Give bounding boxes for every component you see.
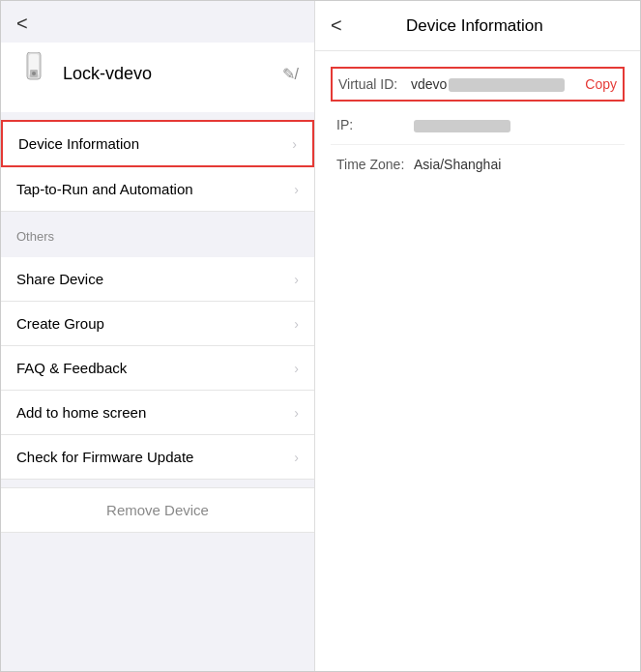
timezone-row: Time Zone: Asia/Shanghai (331, 145, 625, 184)
timezone-value: Asia/Shanghai (414, 157, 619, 172)
remove-device-button[interactable]: Remove Device (1, 488, 314, 532)
right-panel-title: Device Information (354, 16, 596, 36)
right-content: Virtual ID: vdevo Copy IP: Time Zone: As… (315, 51, 640, 672)
menu-item-device-information[interactable]: Device Information › (1, 120, 314, 167)
timezone-label: Time Zone: (336, 157, 414, 172)
chevron-right-icon-6: › (294, 405, 299, 421)
left-panel: < Lock-vdevo ✎/ Device Information › Tap… (1, 1, 315, 672)
virtual-id-blurred (449, 78, 565, 92)
menu-item-faq-label: FAQ & Feedback (16, 360, 127, 376)
ip-row: IP: (331, 105, 625, 145)
ip-label: IP: (336, 117, 414, 132)
menu-item-add-home-label: Add to home screen (16, 404, 146, 421)
menu-item-tap-to-run-label: Tap-to-Run and Automation (16, 181, 193, 197)
chevron-right-icon-5: › (294, 361, 299, 376)
virtual-id-prefix: vdevo (411, 76, 447, 92)
ip-value (414, 117, 619, 132)
device-icon (16, 50, 51, 97)
chevron-right-icon-7: › (294, 450, 299, 465)
menu-item-share-device-label: Share Device (16, 271, 103, 287)
menu-item-add-home[interactable]: Add to home screen › (1, 391, 314, 435)
menu-item-create-group-label: Create Group (16, 315, 104, 332)
svg-point-3 (32, 72, 36, 75)
remove-device-container: Remove Device (1, 487, 314, 533)
others-section-header: Others (1, 219, 314, 249)
left-back-area: < (1, 1, 314, 43)
right-panel: < Device Information Virtual ID: vdevo C… (315, 1, 640, 672)
chevron-right-icon-2: › (294, 182, 299, 197)
virtual-id-row: Virtual ID: vdevo Copy (331, 67, 625, 102)
menu-item-device-information-label: Device Information (18, 135, 139, 152)
virtual-id-label: Virtual ID: (338, 76, 411, 92)
top-menu-section: Device Information › Tap-to-Run and Auto… (1, 120, 314, 212)
chevron-right-icon-3: › (294, 272, 299, 287)
others-section: Others Share Device › Create Group › FAQ… (1, 219, 314, 480)
menu-item-share-device[interactable]: Share Device › (1, 257, 314, 302)
menu-item-faq[interactable]: FAQ & Feedback › (1, 346, 314, 391)
menu-item-tap-to-run[interactable]: Tap-to-Run and Automation › (1, 167, 314, 212)
menu-item-firmware[interactable]: Check for Firmware Update › (1, 435, 314, 480)
menu-item-firmware-label: Check for Firmware Update (16, 449, 193, 465)
virtual-id-value: vdevo (411, 76, 577, 92)
device-name: Lock-vdevo (63, 64, 275, 84)
others-menu: Share Device › Create Group › FAQ & Feed… (1, 257, 314, 480)
chevron-right-icon-4: › (294, 316, 299, 332)
right-header: < Device Information (315, 1, 640, 51)
ip-blurred (414, 120, 510, 132)
edit-icon[interactable]: ✎/ (282, 65, 299, 83)
right-back-button[interactable]: < (331, 15, 342, 37)
copy-button[interactable]: Copy (585, 76, 617, 92)
device-header: Lock-vdevo ✎/ (1, 43, 314, 112)
menu-item-create-group[interactable]: Create Group › (1, 302, 314, 346)
chevron-right-icon: › (292, 136, 297, 152)
left-back-button[interactable]: < (16, 13, 28, 35)
